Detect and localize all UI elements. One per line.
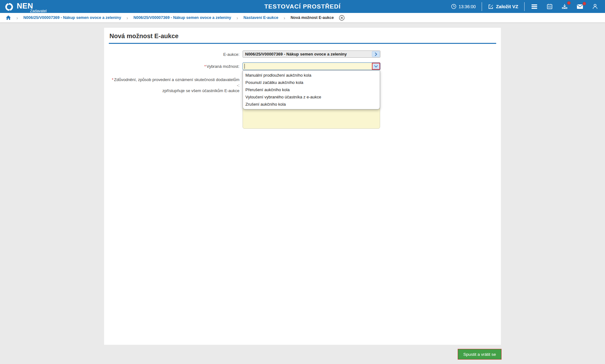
content-panel: Nová možnost E-aukce E-aukce: N006/25/V0…	[104, 28, 501, 345]
calendar-button[interactable]	[542, 3, 557, 9]
create-vz-label: Založit VZ	[496, 4, 518, 9]
edit-icon	[488, 4, 494, 9]
option-dropdown-list: Manuální prodloužení aukčního kola Posun…	[243, 70, 380, 109]
dropdown-option-postpone-start[interactable]: Posunutí začátku aukčního kola	[243, 79, 380, 86]
top-header: NEN Zadavatel TESTOVACÍ PROSTŘEDÍ 13:36:…	[0, 0, 605, 13]
eaukce-value: N006/25/V00007369 - Nákup semen ovoce a …	[245, 52, 347, 56]
messages-button[interactable]	[572, 4, 588, 9]
breadcrumb-item-contract-2[interactable]: N006/25/V00007369 - Nákup semen ovoce a …	[133, 15, 231, 20]
required-marker: *	[112, 77, 113, 82]
breadcrumb-separator-icon: ›	[237, 15, 238, 21]
chevron-right-icon	[374, 52, 378, 56]
breadcrumb: › N006/25/V00007369 - Nákup semen ovoce …	[0, 13, 605, 23]
clock-icon	[451, 4, 456, 9]
downloads-button[interactable]	[557, 3, 572, 9]
server-time: 13:36:00	[447, 4, 480, 9]
envelope-icon	[577, 4, 583, 9]
breadcrumb-item-eauction-settings[interactable]: Nastavení E-aukce	[244, 15, 278, 20]
person-icon	[592, 3, 598, 9]
breadcrumb-separator-icon: ›	[16, 15, 18, 21]
calendar-icon	[547, 3, 553, 9]
create-vz-button[interactable]: Založit VZ	[484, 4, 522, 9]
header-separator	[482, 2, 482, 11]
selected-option-dropdown-button[interactable]	[372, 63, 380, 70]
eaukce-label: E-aukce:	[109, 50, 243, 58]
selected-option-label: *Vybraná možnost:	[109, 62, 243, 70]
breadcrumb-separator-icon: ›	[126, 15, 128, 21]
page-title: Nová možnost E-aukce	[109, 32, 496, 44]
chevron-down-icon	[374, 65, 378, 68]
time-value: 13:36:00	[459, 4, 476, 9]
eaukce-field: N006/25/V00007369 - Nákup semen ovoce a …	[243, 50, 380, 58]
close-page-button[interactable]	[339, 15, 345, 21]
breadcrumb-separator-icon: ›	[284, 15, 285, 21]
justification-label: *Zdůvodnění, způsob provedení a oznámení…	[109, 76, 243, 129]
messages-notification-badge	[583, 2, 586, 5]
selected-option-input[interactable]	[243, 62, 380, 70]
open-eaukce-detail-button[interactable]	[372, 51, 380, 57]
header-separator	[524, 2, 525, 11]
menu-button[interactable]	[526, 4, 542, 9]
required-marker: *	[204, 64, 206, 69]
start-and-return-button[interactable]: Spustit a vrátit se	[458, 349, 501, 359]
hamburger-icon	[531, 4, 538, 9]
dropdown-option-cancel-round[interactable]: Zrušení aukčního kola	[243, 101, 380, 108]
home-breadcrumb-button[interactable]	[6, 15, 11, 20]
text-caret	[244, 64, 245, 69]
download-tray-icon	[561, 3, 568, 9]
breadcrumb-current-page: Nová možnost E-aukce	[291, 15, 334, 20]
dropdown-option-exclude-participant[interactable]: Vyloučení vybraného účastníka z e-aukce	[243, 93, 380, 101]
dropdown-option-interrupt-round[interactable]: Přerušení aukčního kola	[243, 86, 380, 93]
dropdown-option-manual-extension[interactable]: Manuální prodloužení aukčního kola	[243, 72, 380, 79]
downloads-notification-badge	[567, 1, 571, 5]
breadcrumb-item-contract-1[interactable]: N006/25/V00007369 - Nákup semen ovoce a …	[23, 15, 121, 20]
home-icon	[6, 15, 11, 20]
close-icon	[339, 15, 345, 21]
user-profile-button[interactable]	[588, 3, 598, 9]
